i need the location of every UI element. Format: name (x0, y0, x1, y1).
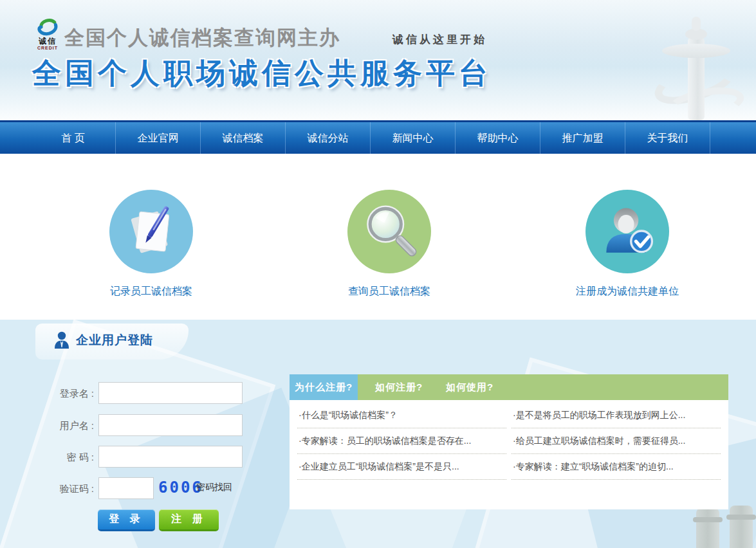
feature-label[interactable]: 注册成为诚信共建单位 (544, 285, 711, 298)
logo-text: 诚信 (29, 37, 66, 45)
nav-item-about-us[interactable]: 关于我们 (625, 122, 710, 154)
faq-item[interactable]: ·是不是将员工的职场工作表现放到网上公... (512, 403, 721, 428)
password-input[interactable] (98, 446, 243, 468)
captcha-input[interactable] (98, 477, 154, 499)
forgot-password-link[interactable]: 密码找回 (196, 482, 232, 493)
features-section: 记录员工诚信档案 (0, 154, 756, 320)
feature-register-unit[interactable]: 注册成为诚信共建单位 (544, 190, 711, 298)
faq-panel: 为什么注册? 如何注册? 如何使用? ·什么是“职场诚信档案”？ ·专家解读：员… (290, 374, 728, 509)
faq-item[interactable]: ·什么是“职场诚信档案”？ (297, 403, 506, 428)
login-name-label: 登录名 : (42, 388, 94, 400)
captcha-label: 验证码 : (42, 483, 94, 495)
password-label: 密 码 : (42, 452, 94, 464)
user-name-label: 用户名 : (42, 420, 94, 432)
faq-item[interactable]: ·给员工建立职场诚信档案时，需要征得员... (512, 428, 721, 454)
business-person-icon (54, 331, 69, 349)
tagline: 诚信从这里开始 (392, 32, 487, 47)
pillar-decoration (696, 508, 719, 548)
nav-item-help-center[interactable]: 帮助中心 (456, 122, 540, 154)
tab-why-register[interactable]: 为什么注册? (290, 374, 358, 400)
tab-how-register[interactable]: 如何注册? (367, 374, 431, 400)
faq-tab-bar: 为什么注册? 如何注册? 如何使用? (290, 374, 728, 400)
person-check-icon (585, 190, 669, 273)
nav-item-enterprise-site[interactable]: 企业官网 (116, 122, 201, 154)
nav-item-news-center[interactable]: 新闻中心 (371, 122, 456, 154)
nav-item-promotion[interactable]: 推广加盟 (540, 122, 625, 154)
site-logo[interactable]: 诚信 CREDIT (29, 17, 66, 58)
faq-right-column: ·是不是将员工的职场工作表现放到网上公... ·给员工建立职场诚信档案时，需要征… (512, 403, 721, 480)
magnifier-icon (347, 190, 431, 273)
nav-item-credit-archive[interactable]: 诚信档案 (201, 122, 286, 154)
main-nav: 首 页 企业官网 诚信档案 诚信分站 新闻中心 帮助中心 推广加盟 关于我们 (0, 120, 756, 154)
register-button[interactable]: 注 册 (159, 509, 219, 531)
feature-query-archive[interactable]: 查询员工诚信档案 (306, 190, 473, 298)
site-name: 全国个人诚信档案查询网主办 (64, 24, 340, 51)
main-title: 全国个人职场诚信公共服务平台 (32, 54, 492, 93)
page: 诚信 CREDIT 全国个人诚信档案查询网主办 诚信从这里开始 全国个人职场诚信… (0, 0, 756, 548)
faq-left-column: ·什么是“职场诚信档案”？ ·专家解读：员工的职场诚信档案是否存在... ·企业… (297, 403, 506, 480)
faq-body: ·什么是“职场诚信档案”？ ·专家解读：员工的职场诚信档案是否存在... ·企业… (290, 400, 728, 480)
nav-item-home[interactable]: 首 页 (31, 122, 116, 154)
feature-label[interactable]: 记录员工诚信档案 (68, 285, 235, 298)
login-title: 企业用户登陆 (76, 332, 153, 349)
feature-label[interactable]: 查询员工诚信档案 (306, 285, 473, 298)
login-button[interactable]: 登 录 (98, 509, 155, 531)
paper-pen-icon (109, 190, 193, 273)
login-title-row: 企业用户登陆 (54, 331, 153, 349)
feature-record-archive[interactable]: 记录员工诚信档案 (68, 190, 235, 298)
bottom-section: 企业用户登陆 登录名 : 用户名 : 密 码 : 验证码 : 6006 密码找回… (0, 320, 756, 548)
faq-item[interactable]: ·企业建立员工“职场诚信档案”是不是只... (297, 454, 506, 480)
header: 诚信 CREDIT 全国个人诚信档案查询网主办 诚信从这里开始 全国个人职场诚信… (0, 0, 756, 120)
login-name-input[interactable] (98, 382, 243, 404)
tab-how-use[interactable]: 如何使用? (438, 374, 502, 400)
statue-decoration (648, 6, 744, 120)
user-name-input[interactable] (98, 414, 243, 436)
faq-item[interactable]: ·专家解读：员工的职场诚信档案是否存在... (297, 428, 506, 454)
faq-item[interactable]: ·专家解读：建立“职场诚信档案”的迫切... (512, 454, 721, 480)
pillar-decoration (730, 506, 753, 548)
logo-subtext: CREDIT (29, 45, 66, 51)
credit-swirl-icon (33, 17, 62, 37)
nav-item-credit-substation[interactable]: 诚信分站 (286, 122, 371, 154)
